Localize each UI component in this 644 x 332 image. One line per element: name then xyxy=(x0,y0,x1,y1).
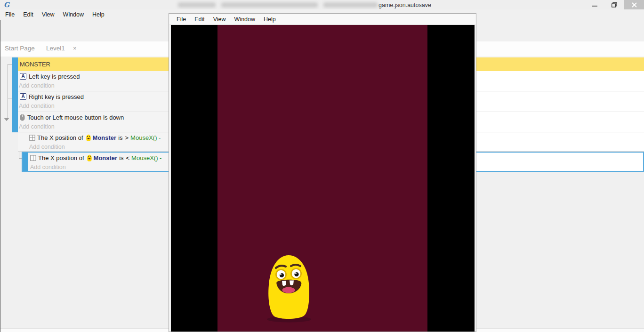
keyboard-key-icon: A xyxy=(20,73,26,80)
menu-file[interactable]: File xyxy=(1,11,19,18)
titlebar: G game.json.autosave xyxy=(0,0,644,9)
monster-object-icon xyxy=(87,154,92,162)
operator: > xyxy=(125,134,129,141)
menu-help[interactable]: Help xyxy=(88,11,109,18)
preview-menu-view[interactable]: View xyxy=(209,16,230,23)
tab-start-page[interactable]: Start Page xyxy=(5,41,35,56)
condition-text: is xyxy=(118,134,122,141)
condition-text: The X position of xyxy=(37,134,83,141)
monster-character xyxy=(263,252,314,323)
window-title: game.json.autosave xyxy=(178,1,431,8)
operator: < xyxy=(126,154,130,162)
object-name: Monster xyxy=(94,154,118,162)
position-icon xyxy=(30,155,36,161)
redacted-path-blur xyxy=(178,2,216,8)
minimize-button[interactable] xyxy=(585,0,604,9)
condition-text: The X position of xyxy=(38,154,84,162)
event-color-bar xyxy=(12,112,18,132)
event-color-bar xyxy=(12,71,18,91)
mouse-icon xyxy=(20,114,25,121)
window-edge xyxy=(0,20,0,332)
expression: MouseX() - xyxy=(131,154,161,162)
condition-text: Left key is pressed xyxy=(29,73,80,80)
object-name: Monster xyxy=(93,134,117,141)
tab-level1[interactable]: Level1 xyxy=(46,41,65,56)
redacted-path-blur xyxy=(221,2,318,8)
tree-line xyxy=(8,64,12,65)
tree-line xyxy=(8,98,12,98)
minimize-icon xyxy=(592,2,597,7)
event-color-bar xyxy=(23,153,28,171)
expression: MouseX() - xyxy=(130,134,161,141)
event-color-bar xyxy=(12,91,18,112)
window-controls xyxy=(585,0,644,9)
menu-window[interactable]: Window xyxy=(59,11,88,18)
close-icon xyxy=(632,2,637,8)
gdevelop-logo-icon: G xyxy=(4,1,11,8)
position-icon xyxy=(29,135,35,141)
window-title-text: game.json.autosave xyxy=(378,2,431,8)
collapse-sub-events-icon[interactable] xyxy=(4,118,9,121)
preview-menu-edit[interactable]: Edit xyxy=(190,16,209,23)
condition-text: is xyxy=(119,154,123,162)
game-scene xyxy=(217,25,427,332)
condition-text: Touch or Left mouse button is down xyxy=(27,114,124,121)
tree-line xyxy=(8,77,12,77)
keyboard-key-icon: A xyxy=(20,93,26,100)
redacted-path-blur xyxy=(323,2,378,8)
condition-text: Right key is pressed xyxy=(29,93,84,100)
tab-level1-close-icon[interactable]: × xyxy=(73,41,77,56)
restore-button[interactable] xyxy=(604,0,624,9)
tree-line xyxy=(8,64,8,119)
close-button[interactable] xyxy=(624,0,644,9)
preview-menubar: File Edit View Window Help xyxy=(169,14,475,24)
preview-menu-window[interactable]: Window xyxy=(230,16,259,23)
event-color-bar xyxy=(12,57,18,71)
game-viewport[interactable] xyxy=(171,25,475,332)
restore-icon xyxy=(612,2,617,8)
menu-view[interactable]: View xyxy=(38,11,59,18)
preview-menu-help[interactable]: Help xyxy=(259,16,280,23)
monster-object-icon xyxy=(86,134,91,141)
screen: { "titlebar": { "title": "game.json.auto… xyxy=(0,0,644,332)
preview-menu-file[interactable]: File xyxy=(172,16,190,23)
preview-window[interactable]: File Edit View Window Help xyxy=(169,13,476,332)
menu-edit[interactable]: Edit xyxy=(19,11,38,18)
